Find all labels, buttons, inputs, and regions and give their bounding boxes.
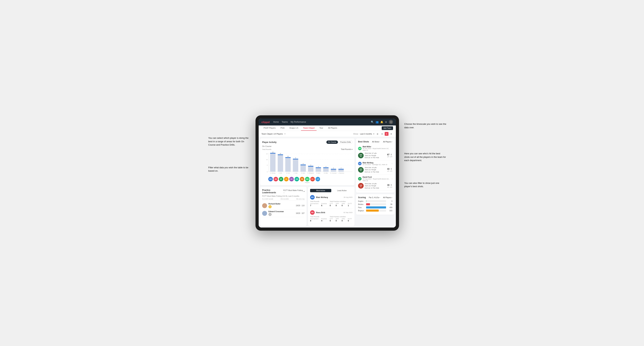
people-icon[interactable]: 👥 <box>376 121 378 123</box>
shot-info-1: Shot Dist: 43 ydsStart Lie: RoughEnd Lie… <box>365 167 386 173</box>
shot-avatar-1: BM <box>358 162 362 165</box>
team-header: Team Clippd | 14 Players ✏ Show: Last 3 … <box>259 131 396 137</box>
tab-team-clippd[interactable]: Team Clippd <box>301 126 316 131</box>
player-avatar-6[interactable]: RB <box>300 177 304 181</box>
stat-tournament-1: Tournament 8 <box>310 218 318 222</box>
shot-avatar-2: DF <box>358 177 362 180</box>
player-activity-card: Player Activity On Course Practice Drill… <box>260 138 354 185</box>
player-avatar-9[interactable]: LR <box>316 177 320 181</box>
shot-player-name-2: David Ford <box>362 176 390 178</box>
stat-value-putt-0: 1 <box>348 204 352 206</box>
bottom-row: Practice Leaderboards PUTT Must Make Put… <box>260 187 354 226</box>
bell-icon[interactable]: 🔔 <box>380 121 383 123</box>
rank-badge-1: 2 <box>268 213 272 216</box>
shot-avatar-0: MM <box>358 147 362 150</box>
scoring-par-arrow: ▾ <box>380 197 380 198</box>
stat-tournament-0: Tournament 7 <box>310 203 318 206</box>
toggle-practice-drills[interactable]: Practice Drills <box>338 141 352 144</box>
chart-header: Total Rounds Total Rounds ▾ <box>262 148 352 150</box>
svg-text:2: 2 <box>341 167 342 169</box>
stat-arg-0: ARG 0 <box>342 203 345 206</box>
shot-chevron-0[interactable]: › <box>392 147 392 150</box>
edit-icon[interactable]: ✏ <box>284 133 286 135</box>
stat-header-putt-0: PUTT <box>348 203 352 204</box>
active-avatar-1[interactable]: RB <box>310 210 315 215</box>
show-value: Last 3 months <box>360 133 372 135</box>
tab-all-players[interactable]: All Players <box>326 126 339 131</box>
nav-link-teams[interactable]: Teams <box>282 121 288 123</box>
nav-link-home[interactable]: Home <box>273 121 279 123</box>
right-panel: Best Shots All Shots ▾ All Players ▾ <box>356 138 394 226</box>
active-avatar-0[interactable]: BM <box>310 195 315 199</box>
stat-value-gtt-1: 0 <box>330 220 333 222</box>
shots-filter-arrow: ▾ <box>379 141 380 143</box>
shot-player-sub-2: 24 Aug 2023 · Royal North Devon GC, Hole… <box>362 178 390 181</box>
view-list-icon[interactable]: ☰ <box>380 132 384 136</box>
active-player-stats-0: Total Rounds Tournament 7 <box>310 201 352 207</box>
tab-most-active[interactable]: Most Active <box>310 189 331 192</box>
metric-zero-0: 0 yds <box>390 154 392 158</box>
practice-activities-label-0: Total Practice Activities <box>330 201 352 202</box>
player-avatar-0[interactable]: BM <box>268 177 273 181</box>
search-icon[interactable]: 🔍 <box>371 121 374 123</box>
tab-tour[interactable]: Tour <box>317 126 325 131</box>
add-circle-icon[interactable]: ⊕ <box>385 121 387 123</box>
player-activity-header: Player Activity On Course Practice Drill… <box>262 141 352 144</box>
svg-text:9: 9 <box>295 157 296 159</box>
svg-text:13: 13 <box>272 151 274 153</box>
shot-chevron-1[interactable]: › <box>392 162 392 165</box>
tab-pgat-players[interactable]: PGAT Players <box>262 126 278 131</box>
nav-link-performance[interactable]: My Performance <box>291 121 306 123</box>
scoring-players-dropdown[interactable]: All Players ▾ <box>383 197 392 198</box>
main-content: Player Activity On Course Practice Drill… <box>259 137 396 227</box>
view-heart-icon[interactable]: ♥ <box>385 132 388 136</box>
show-dropdown-arrow[interactable]: ▾ <box>374 133 374 135</box>
view-settings-icon[interactable]: ⚙ <box>389 132 393 136</box>
leaderboard-row-1: Edward Crossman 2 18/20 107 <box>262 209 304 217</box>
shot-details-1: 200 SG Shot Dist: 43 ydsStart Lie: Rough… <box>358 167 392 173</box>
players-filter-dropdown[interactable]: All Players ▾ <box>383 141 392 143</box>
toggle-on-course[interactable]: On Course <box>326 141 338 144</box>
shot-player-info-2: David Ford 24 Aug 2023 · Royal North Dev… <box>362 176 390 181</box>
player-avatar-8[interactable]: EC <box>310 177 315 181</box>
metric-zero-1: 0 yds <box>390 168 392 172</box>
player-avatar-2[interactable]: DF <box>279 177 283 181</box>
practice-activities-section-1: Total Practice Activities GTT 0 <box>330 216 352 222</box>
add-team-button[interactable]: Add Team <box>382 126 393 130</box>
player-avatar-3[interactable]: JC <box>284 177 288 181</box>
scoring-bar-bogeys <box>366 209 379 212</box>
stat-header-gtt-0: GTT <box>330 203 333 204</box>
svg-rect-14 <box>278 154 283 155</box>
svg-rect-9 <box>270 153 276 172</box>
scoring-par-dropdown[interactable]: Par 3, 4 & 5s ▾ <box>369 197 380 198</box>
stat-header-app-0: APP <box>336 203 339 204</box>
shots-filter-dropdown[interactable]: All Shots ▾ <box>372 141 380 143</box>
stat-value-arg-0: 0 <box>342 204 345 206</box>
total-rounds-row-1: Tournament 8 Practice 4 <box>310 218 327 222</box>
shot-chevron-2[interactable]: › <box>392 177 392 180</box>
view-grid-icon[interactable]: ⊞ <box>376 132 380 136</box>
player-avatar-1[interactable]: BB <box>274 177 278 181</box>
players-filter-arrow: ▾ <box>392 141 392 143</box>
svg-text:5: 5 <box>267 165 268 166</box>
avatar[interactable]: U <box>389 120 393 124</box>
player-avatar-5[interactable]: GB <box>294 177 299 181</box>
scoring-players-arrow: ▾ <box>392 197 392 198</box>
practice-dropdown[interactable]: PUTT Must Make Putting ... ▾ <box>283 189 304 193</box>
stat-header-practice-0: Practice <box>321 203 327 204</box>
shot-item-2: DF David Ford 24 Aug 2023 · Royal North … <box>358 175 392 191</box>
sub-nav: PGAT Players PGA Hcaps 1-5 Team Clippd T… <box>259 126 396 131</box>
practice-activities-label-1: Total Practice Activities <box>330 216 352 218</box>
scoring-value-bogeys: 315 <box>387 210 392 212</box>
player-avatar-7[interactable]: MM <box>305 177 310 181</box>
player-avatar-4[interactable]: EE <box>289 177 294 181</box>
tab-hcaps[interactable]: Hcaps 1-5 <box>287 126 300 131</box>
nav-links: Home Teams My Performance <box>273 121 367 123</box>
scoring-label-pars: Pars <box>358 206 365 208</box>
svg-rect-38 <box>323 168 329 168</box>
tab-least-active[interactable]: Least Active <box>331 189 352 192</box>
scoring-value-birdies: 96 <box>387 203 392 205</box>
total-rounds-section-1: Total Rounds Tournament 8 <box>310 216 327 222</box>
tab-pga[interactable]: PGA <box>278 126 287 131</box>
chart-dropdown[interactable]: Total Rounds ▾ <box>341 148 352 150</box>
